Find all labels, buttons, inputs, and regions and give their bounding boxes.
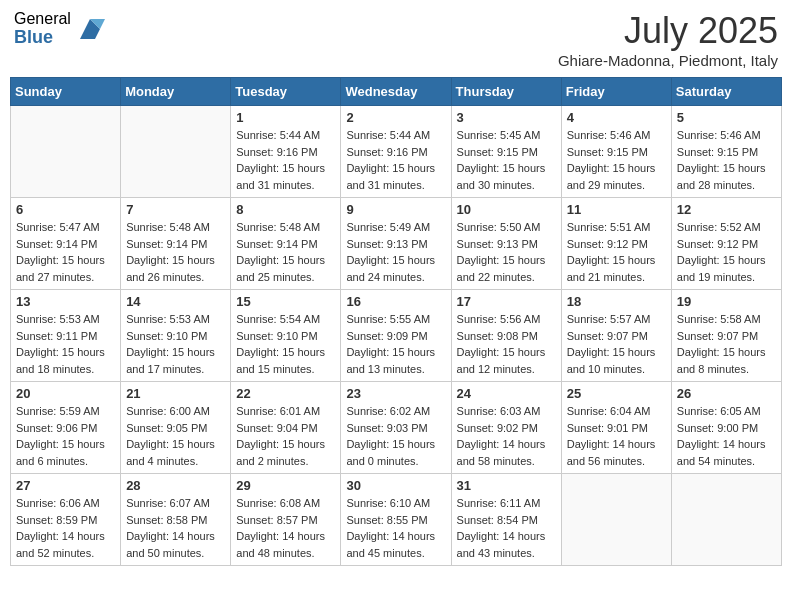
day-detail: Sunrise: 5:55 AM Sunset: 9:09 PM Dayligh… — [346, 311, 445, 377]
calendar-cell: 1Sunrise: 5:44 AM Sunset: 9:16 PM Daylig… — [231, 106, 341, 198]
calendar-week-row: 27Sunrise: 6:06 AM Sunset: 8:59 PM Dayli… — [11, 474, 782, 566]
page-header: General Blue July 2025 Ghiare-Madonna, P… — [10, 10, 782, 69]
location-subtitle: Ghiare-Madonna, Piedmont, Italy — [558, 52, 778, 69]
logo-general: General — [14, 10, 71, 28]
day-detail: Sunrise: 5:44 AM Sunset: 9:16 PM Dayligh… — [346, 127, 445, 193]
calendar-cell: 7Sunrise: 5:48 AM Sunset: 9:14 PM Daylig… — [121, 198, 231, 290]
day-detail: Sunrise: 6:01 AM Sunset: 9:04 PM Dayligh… — [236, 403, 335, 469]
day-detail: Sunrise: 6:07 AM Sunset: 8:58 PM Dayligh… — [126, 495, 225, 561]
day-number: 24 — [457, 386, 556, 401]
calendar-cell: 28Sunrise: 6:07 AM Sunset: 8:58 PM Dayli… — [121, 474, 231, 566]
logo-blue: Blue — [14, 28, 71, 48]
calendar-cell: 23Sunrise: 6:02 AM Sunset: 9:03 PM Dayli… — [341, 382, 451, 474]
col-header-wednesday: Wednesday — [341, 78, 451, 106]
day-detail: Sunrise: 6:11 AM Sunset: 8:54 PM Dayligh… — [457, 495, 556, 561]
day-number: 16 — [346, 294, 445, 309]
calendar-cell: 20Sunrise: 5:59 AM Sunset: 9:06 PM Dayli… — [11, 382, 121, 474]
calendar-cell: 13Sunrise: 5:53 AM Sunset: 9:11 PM Dayli… — [11, 290, 121, 382]
day-number: 3 — [457, 110, 556, 125]
calendar-cell: 18Sunrise: 5:57 AM Sunset: 9:07 PM Dayli… — [561, 290, 671, 382]
calendar-cell — [671, 474, 781, 566]
calendar-cell: 10Sunrise: 5:50 AM Sunset: 9:13 PM Dayli… — [451, 198, 561, 290]
day-number: 20 — [16, 386, 115, 401]
calendar-cell: 3Sunrise: 5:45 AM Sunset: 9:15 PM Daylig… — [451, 106, 561, 198]
calendar-cell: 15Sunrise: 5:54 AM Sunset: 9:10 PM Dayli… — [231, 290, 341, 382]
day-number: 26 — [677, 386, 776, 401]
day-detail: Sunrise: 5:44 AM Sunset: 9:16 PM Dayligh… — [236, 127, 335, 193]
calendar-week-row: 6Sunrise: 5:47 AM Sunset: 9:14 PM Daylig… — [11, 198, 782, 290]
day-detail: Sunrise: 5:53 AM Sunset: 9:10 PM Dayligh… — [126, 311, 225, 377]
calendar-table: SundayMondayTuesdayWednesdayThursdayFrid… — [10, 77, 782, 566]
calendar-cell: 31Sunrise: 6:11 AM Sunset: 8:54 PM Dayli… — [451, 474, 561, 566]
day-number: 25 — [567, 386, 666, 401]
day-detail: Sunrise: 5:59 AM Sunset: 9:06 PM Dayligh… — [16, 403, 115, 469]
calendar-cell: 14Sunrise: 5:53 AM Sunset: 9:10 PM Dayli… — [121, 290, 231, 382]
col-header-sunday: Sunday — [11, 78, 121, 106]
calendar-cell: 8Sunrise: 5:48 AM Sunset: 9:14 PM Daylig… — [231, 198, 341, 290]
col-header-friday: Friday — [561, 78, 671, 106]
day-number: 17 — [457, 294, 556, 309]
calendar-cell: 30Sunrise: 6:10 AM Sunset: 8:55 PM Dayli… — [341, 474, 451, 566]
day-number: 2 — [346, 110, 445, 125]
title-block: July 2025 Ghiare-Madonna, Piedmont, Ital… — [558, 10, 778, 69]
day-detail: Sunrise: 6:06 AM Sunset: 8:59 PM Dayligh… — [16, 495, 115, 561]
calendar-cell: 4Sunrise: 5:46 AM Sunset: 9:15 PM Daylig… — [561, 106, 671, 198]
day-number: 15 — [236, 294, 335, 309]
day-number: 10 — [457, 202, 556, 217]
day-number: 7 — [126, 202, 225, 217]
day-number: 28 — [126, 478, 225, 493]
calendar-cell: 25Sunrise: 6:04 AM Sunset: 9:01 PM Dayli… — [561, 382, 671, 474]
day-detail: Sunrise: 5:51 AM Sunset: 9:12 PM Dayligh… — [567, 219, 666, 285]
day-number: 13 — [16, 294, 115, 309]
day-number: 22 — [236, 386, 335, 401]
logo: General Blue — [14, 10, 105, 47]
logo-icon — [75, 14, 105, 44]
day-number: 29 — [236, 478, 335, 493]
day-number: 18 — [567, 294, 666, 309]
calendar-cell — [11, 106, 121, 198]
calendar-cell: 5Sunrise: 5:46 AM Sunset: 9:15 PM Daylig… — [671, 106, 781, 198]
calendar-cell: 27Sunrise: 6:06 AM Sunset: 8:59 PM Dayli… — [11, 474, 121, 566]
day-detail: Sunrise: 5:49 AM Sunset: 9:13 PM Dayligh… — [346, 219, 445, 285]
day-detail: Sunrise: 5:56 AM Sunset: 9:08 PM Dayligh… — [457, 311, 556, 377]
day-number: 9 — [346, 202, 445, 217]
calendar-cell: 2Sunrise: 5:44 AM Sunset: 9:16 PM Daylig… — [341, 106, 451, 198]
day-number: 14 — [126, 294, 225, 309]
calendar-week-row: 1Sunrise: 5:44 AM Sunset: 9:16 PM Daylig… — [11, 106, 782, 198]
calendar-cell: 19Sunrise: 5:58 AM Sunset: 9:07 PM Dayli… — [671, 290, 781, 382]
col-header-tuesday: Tuesday — [231, 78, 341, 106]
day-detail: Sunrise: 5:48 AM Sunset: 9:14 PM Dayligh… — [126, 219, 225, 285]
calendar-cell: 21Sunrise: 6:00 AM Sunset: 9:05 PM Dayli… — [121, 382, 231, 474]
calendar-cell: 9Sunrise: 5:49 AM Sunset: 9:13 PM Daylig… — [341, 198, 451, 290]
calendar-week-row: 20Sunrise: 5:59 AM Sunset: 9:06 PM Dayli… — [11, 382, 782, 474]
day-detail: Sunrise: 5:46 AM Sunset: 9:15 PM Dayligh… — [677, 127, 776, 193]
col-header-monday: Monday — [121, 78, 231, 106]
day-detail: Sunrise: 5:50 AM Sunset: 9:13 PM Dayligh… — [457, 219, 556, 285]
calendar-cell — [561, 474, 671, 566]
day-detail: Sunrise: 5:53 AM Sunset: 9:11 PM Dayligh… — [16, 311, 115, 377]
col-header-thursday: Thursday — [451, 78, 561, 106]
day-detail: Sunrise: 6:00 AM Sunset: 9:05 PM Dayligh… — [126, 403, 225, 469]
day-number: 19 — [677, 294, 776, 309]
day-number: 1 — [236, 110, 335, 125]
day-detail: Sunrise: 5:52 AM Sunset: 9:12 PM Dayligh… — [677, 219, 776, 285]
day-number: 23 — [346, 386, 445, 401]
calendar-cell — [121, 106, 231, 198]
day-detail: Sunrise: 5:54 AM Sunset: 9:10 PM Dayligh… — [236, 311, 335, 377]
day-number: 31 — [457, 478, 556, 493]
col-header-saturday: Saturday — [671, 78, 781, 106]
calendar-cell: 11Sunrise: 5:51 AM Sunset: 9:12 PM Dayli… — [561, 198, 671, 290]
day-number: 8 — [236, 202, 335, 217]
day-detail: Sunrise: 6:10 AM Sunset: 8:55 PM Dayligh… — [346, 495, 445, 561]
day-number: 6 — [16, 202, 115, 217]
calendar-cell: 17Sunrise: 5:56 AM Sunset: 9:08 PM Dayli… — [451, 290, 561, 382]
month-title: July 2025 — [558, 10, 778, 52]
calendar-cell: 16Sunrise: 5:55 AM Sunset: 9:09 PM Dayli… — [341, 290, 451, 382]
logo-text: General Blue — [14, 10, 71, 47]
day-detail: Sunrise: 5:45 AM Sunset: 9:15 PM Dayligh… — [457, 127, 556, 193]
calendar-cell: 24Sunrise: 6:03 AM Sunset: 9:02 PM Dayli… — [451, 382, 561, 474]
calendar-cell: 6Sunrise: 5:47 AM Sunset: 9:14 PM Daylig… — [11, 198, 121, 290]
calendar-cell: 22Sunrise: 6:01 AM Sunset: 9:04 PM Dayli… — [231, 382, 341, 474]
day-detail: Sunrise: 6:08 AM Sunset: 8:57 PM Dayligh… — [236, 495, 335, 561]
day-detail: Sunrise: 5:47 AM Sunset: 9:14 PM Dayligh… — [16, 219, 115, 285]
